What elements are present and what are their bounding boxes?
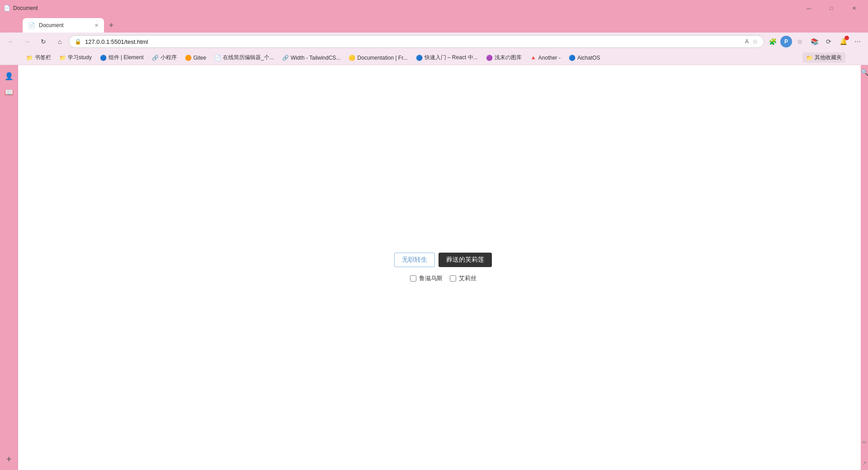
bookmark-docs[interactable]: 🟡 Documentation | Fr... xyxy=(345,53,411,62)
bookmark-study[interactable]: 📁 学习study xyxy=(56,52,95,63)
minimize-button[interactable]: — xyxy=(798,1,819,15)
bookmark-label-2: 学习study xyxy=(68,54,92,61)
bookmark-miniapp[interactable]: 🔗 小程序 xyxy=(148,52,180,63)
bookmark-label: 书签栏 xyxy=(35,54,51,61)
bookmark-aichat[interactable]: 🔵 AichatOS xyxy=(565,53,604,62)
refresh-button[interactable]: ↻ xyxy=(36,34,51,49)
bookmark-label-10: 浅末の图库 xyxy=(495,54,522,61)
right-edge-panel: 🔍 ✏ ↗ xyxy=(861,65,868,470)
checkbox-ailisi-input[interactable] xyxy=(450,275,456,282)
btn-biangsong-fulilian[interactable]: 葬送的芙莉莲 xyxy=(439,253,492,267)
checkbox-luziwusi-input[interactable] xyxy=(410,275,416,282)
another-icon: 🔺 xyxy=(530,55,537,61)
nav-bar: ← → ↻ ⌂ 🔒 127.0.0.1:5501/test.html A ☆ 🧩… xyxy=(0,33,868,51)
favorites-button[interactable]: ☆ xyxy=(793,35,807,48)
nav-right-icons: 🧩 P ☆ 📚 ⟳ 🔔 ⋯ xyxy=(766,35,864,48)
tab-bar: 📄 Document ✕ + xyxy=(0,16,868,33)
extensions-button[interactable]: 🧩 xyxy=(766,35,779,48)
bookmark-label-7: Width - TailwindCS... xyxy=(291,55,340,61)
tab-label: Document xyxy=(39,22,91,28)
profile-container: P xyxy=(780,36,792,47)
tab-favicon: 📄 xyxy=(28,22,35,29)
translate-icon: A xyxy=(745,38,749,45)
sidebar-add-icon[interactable]: + xyxy=(2,452,16,466)
tab-title: Document xyxy=(13,5,38,11)
bookmark-label-6: 在线简历编辑器_个... xyxy=(223,54,274,61)
bookmark-bookmarks-bar[interactable]: 📁 书签栏 xyxy=(23,52,55,63)
menu-button[interactable]: ⋯ xyxy=(851,35,864,48)
sidebar-left: 👤 📖 + xyxy=(0,65,18,470)
checkbox-luziwusi-label: 鲁滋乌斯 xyxy=(419,274,443,282)
forward-button[interactable]: → xyxy=(20,34,34,49)
browser-body: 👤 📖 + 无职转生 葬送的芙莉莲 鲁滋乌斯 xyxy=(0,65,868,470)
button-row: 无职转生 葬送的芙莉莲 xyxy=(394,253,492,267)
bookmarks-more-label: 其他收藏夹 xyxy=(815,54,842,61)
bookmark-label-5: Gitee xyxy=(193,55,207,61)
bookmark-label-4: 小程序 xyxy=(160,54,177,61)
checkbox-row: 鲁滋乌斯 艾莉丝 xyxy=(410,274,476,282)
checkbox-luziwusi[interactable]: 鲁滋乌斯 xyxy=(410,274,443,282)
back-button[interactable]: ← xyxy=(4,34,18,49)
document-icon: 📄 xyxy=(4,5,10,11)
bookmark-tailwind[interactable]: 🔗 Width - TailwindCS... xyxy=(278,53,344,62)
folder-icon: 📁 xyxy=(26,55,33,61)
bookmark-label-11: Another - xyxy=(538,55,561,61)
bookmark-element[interactable]: 🔵 组件 | Element xyxy=(96,52,147,63)
lock-icon: 🔒 xyxy=(75,38,81,45)
active-tab[interactable]: 📄 Document ✕ xyxy=(23,18,104,33)
miniapp-icon: 🔗 xyxy=(152,55,159,61)
title-bar: 📄 Document — □ ✕ xyxy=(0,0,868,16)
react-icon: 🔵 xyxy=(416,55,423,61)
notif-container: 🔔 xyxy=(836,35,850,48)
edit-icon[interactable]: ✏ xyxy=(862,439,867,446)
bookmark-resume[interactable]: 📄 在线简历编辑器_个... xyxy=(211,52,278,63)
bookmarks-more[interactable]: 📁 其他收藏夹 xyxy=(802,52,845,63)
aichat-icon: 🔵 xyxy=(569,55,576,61)
title-bar-left: 📄 Document xyxy=(4,5,38,11)
btn-wuzhi-zhuansheng[interactable]: 无职转生 xyxy=(394,253,435,267)
url-text: 127.0.0.1:5501/test.html xyxy=(85,38,741,45)
bookmark-label-8: Documentation | Fr... xyxy=(357,55,407,61)
search-icon[interactable]: 🔍 xyxy=(861,69,868,76)
demo-container: 无职转生 葬送的芙莉莲 鲁滋乌斯 艾莉丝 xyxy=(394,253,492,282)
folder-icon-more: 📁 xyxy=(806,55,813,61)
bookmark-react[interactable]: 🔵 快速入门 – React 中... xyxy=(412,52,481,63)
page-content: 无职转生 葬送的芙莉莲 鲁滋乌斯 艾莉丝 🔍 xyxy=(18,65,868,470)
bookmark-label-9: 快速入门 – React 中... xyxy=(425,54,478,61)
gitee-icon: 🟠 xyxy=(185,55,192,61)
close-button[interactable]: ✕ xyxy=(844,1,864,15)
gallery-icon: 🟣 xyxy=(486,55,493,61)
home-button[interactable]: ⌂ xyxy=(52,34,67,49)
bookmark-gitee[interactable]: 🟠 Gitee xyxy=(181,53,210,62)
maximize-button[interactable]: □ xyxy=(821,1,842,15)
bookmark-another[interactable]: 🔺 Another - xyxy=(526,53,564,62)
profile-button[interactable]: P xyxy=(780,36,792,47)
bookmark-label-3: 组件 | Element xyxy=(108,54,144,61)
notification-dot xyxy=(844,36,849,40)
star-icon[interactable]: ☆ xyxy=(752,38,758,45)
resume-icon: 📄 xyxy=(214,55,221,61)
checkbox-ailisi-label: 艾莉丝 xyxy=(459,274,476,282)
bookmark-label-12: AichatOS xyxy=(577,55,600,61)
checkbox-ailisi[interactable]: 艾莉丝 xyxy=(450,274,476,282)
bookmark-gallery[interactable]: 🟣 浅末の图库 xyxy=(482,52,525,63)
title-bar-title: 📄 Document xyxy=(4,5,38,11)
new-tab-button[interactable]: + xyxy=(105,19,118,32)
external-link-icon[interactable]: ↗ xyxy=(862,460,867,466)
sidebar-profile-icon[interactable]: 👤 xyxy=(2,69,16,83)
window-controls: — □ ✕ xyxy=(798,1,864,15)
history-button[interactable]: ⟳ xyxy=(822,35,835,48)
docs-icon: 🟡 xyxy=(349,55,355,61)
browser-window: 📄 Document — □ ✕ 📄 Document ✕ + ← → ↻ ⌂ … xyxy=(0,0,868,470)
sidebar-favorites-icon[interactable]: 📖 xyxy=(2,85,16,99)
collections-button[interactable]: 📚 xyxy=(807,35,821,48)
bookmarks-bar: 📁 书签栏 📁 学习study 🔵 组件 | Element 🔗 小程序 🟠 G… xyxy=(0,51,868,65)
element-icon: 🔵 xyxy=(100,55,107,61)
address-bar[interactable]: 🔒 127.0.0.1:5501/test.html A ☆ xyxy=(69,35,764,48)
folder-icon-2: 📁 xyxy=(59,55,66,61)
tab-close-icon[interactable]: ✕ xyxy=(94,23,99,28)
tailwind-icon: 🔗 xyxy=(282,55,289,61)
